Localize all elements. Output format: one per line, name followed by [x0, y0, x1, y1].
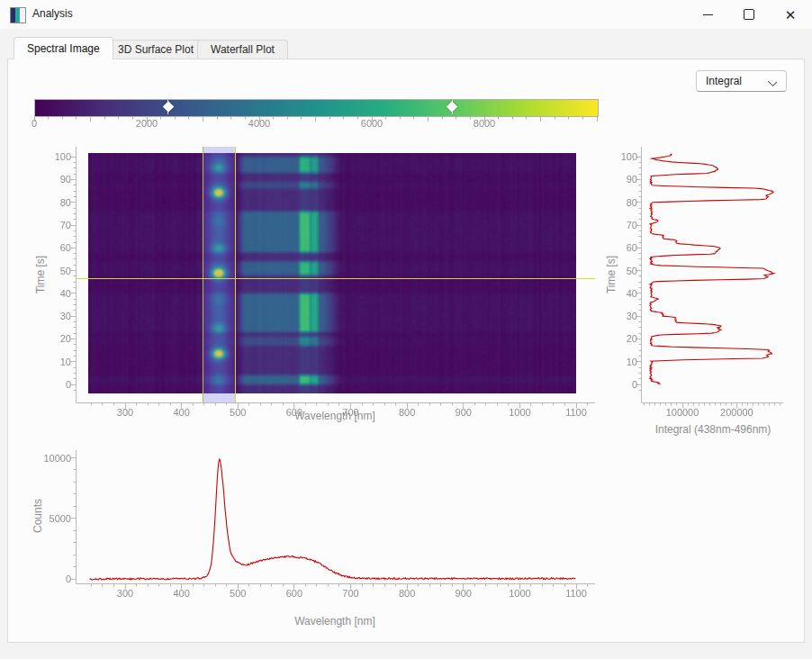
tick-label: 800	[399, 407, 415, 418]
tick-label: 200000	[720, 407, 753, 418]
integral-axis-label: Integral (438nm-496nm)	[655, 423, 771, 436]
tick-label: 60	[60, 242, 71, 253]
tick-label: 0	[632, 379, 637, 390]
tick-label: 100000	[666, 407, 699, 418]
tick-label: 0	[66, 379, 71, 390]
tick-label: 10	[627, 357, 637, 367]
tick-label: 600	[286, 407, 302, 418]
tick-label: 80	[60, 197, 71, 208]
tick-label: 800	[399, 588, 415, 599]
chevron-down-icon	[768, 77, 777, 86]
tick-label: 900	[456, 588, 472, 599]
minimize-button[interactable]	[687, 0, 728, 29]
tick-label: 1100	[565, 588, 587, 599]
tick-label: 70	[60, 220, 71, 230]
colorbar-tick-strip	[34, 116, 599, 123]
tick-label: 6000	[361, 118, 383, 129]
wavelength-axis-label-main: Wavelength [nm]	[294, 410, 375, 422]
tab-bar: Spectral Image 3D Surface Plot Waterfall…	[0, 37, 812, 59]
tick-label: 400	[173, 588, 189, 599]
maximize-button[interactable]	[728, 0, 770, 29]
tick-label: 700	[342, 588, 358, 599]
close-icon: ✕	[785, 8, 797, 22]
tick-label: 500	[230, 588, 246, 599]
window-title: Analysis	[32, 7, 73, 20]
tick-label: 700	[342, 407, 358, 418]
integral-mode-dropdown[interactable]: Integral	[696, 70, 787, 92]
tick-label: 4000	[248, 118, 270, 129]
dropdown-value: Integral	[706, 75, 742, 87]
tick-label: 20	[60, 333, 71, 344]
tick-label: 500	[230, 407, 246, 418]
tick-label: 10	[60, 357, 71, 367]
tick-label: 90	[627, 174, 637, 185]
tab-label: Waterfall Plot	[211, 43, 275, 56]
tick-label: 600	[286, 588, 302, 599]
tick-label: 8000	[474, 118, 495, 129]
tick-label: 1000	[509, 407, 530, 418]
time-axis-label-right: Time [s]	[605, 256, 618, 293]
titlebar[interactable]: Analysis ✕	[0, 0, 812, 29]
tick-label: 70	[627, 220, 637, 230]
tick-label: 10000	[43, 453, 71, 464]
maximize-icon	[744, 9, 754, 20]
spectrum-plot-canvas[interactable]	[65, 447, 599, 591]
time-axis-label: Time [s]	[34, 256, 47, 293]
crosshair-vertical-line[interactable]	[235, 147, 236, 402]
tab-label: Spectral Image	[27, 42, 100, 55]
tick-label: 400	[173, 407, 189, 418]
tick-label: 100	[621, 151, 637, 162]
tick-label: 900	[456, 407, 472, 418]
tick-label: 90	[60, 174, 71, 185]
minimize-icon	[703, 14, 713, 15]
tick-label: 1000	[509, 588, 530, 599]
close-button[interactable]: ✕	[770, 0, 811, 29]
tab-3d-surface-plot[interactable]: 3D Surface Plot	[104, 40, 207, 59]
tick-label: 60	[627, 242, 637, 253]
tab-waterfall-plot[interactable]: Waterfall Plot	[197, 40, 288, 59]
tick-label: 30	[627, 311, 637, 321]
tick-label: 300	[117, 407, 133, 418]
tick-label: 5000	[50, 513, 71, 524]
tick-label: 100	[55, 151, 71, 162]
tab-label: 3D Surface Plot	[118, 43, 194, 56]
integral-plot-canvas[interactable]	[630, 144, 787, 414]
tick-label: 20	[627, 333, 637, 344]
tick-label: 50	[627, 266, 637, 276]
colorbar-gradient[interactable]	[34, 99, 599, 117]
wavelength-axis-label-bottom: Wavelength [nm]	[294, 615, 375, 627]
tick-label: 1100	[565, 407, 587, 418]
tick-label: 0	[66, 573, 71, 584]
tick-label: 50	[60, 266, 71, 276]
tick-label: 40	[627, 288, 637, 299]
tab-spectral-image[interactable]: Spectral Image	[14, 37, 113, 59]
analysis-window: Analysis ✕ Spectral Image 3D Surface Plo…	[0, 0, 812, 659]
tick-label: 300	[117, 588, 133, 599]
app-icon	[10, 7, 26, 23]
crosshair-horizontal-line[interactable]	[76, 278, 595, 279]
counts-axis-label: Counts	[32, 499, 44, 533]
tick-label: 2000	[136, 118, 158, 129]
wavelength-selection-region[interactable]	[203, 147, 236, 402]
tick-label: 80	[627, 197, 637, 208]
tick-label: 40	[60, 288, 71, 299]
tick-label: 30	[60, 311, 71, 321]
tick-label: 0	[32, 118, 37, 129]
